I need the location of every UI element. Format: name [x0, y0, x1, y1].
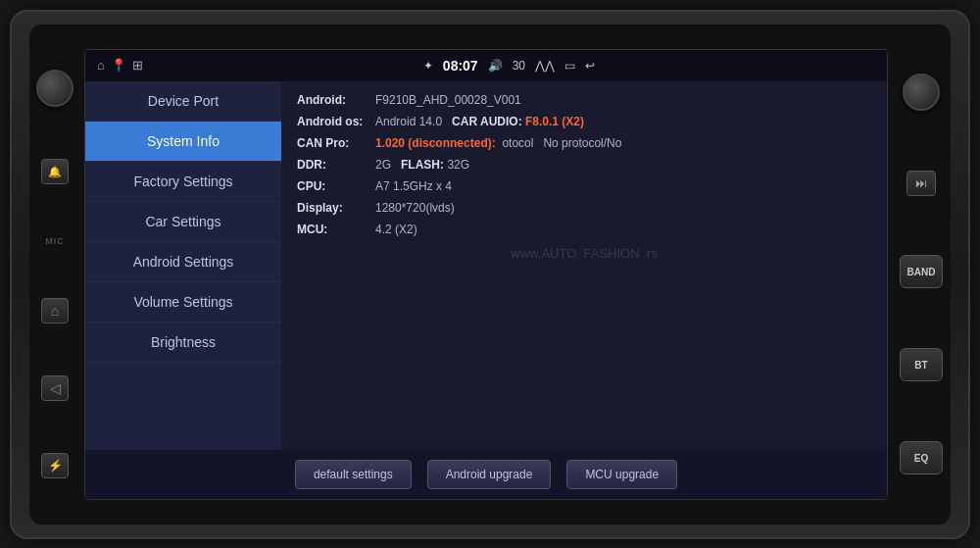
can-pro-label: CAN Pro: [297, 136, 375, 150]
android-os-text: Android 14.0 [375, 115, 442, 128]
home-icon: ⌂ [51, 303, 59, 319]
ddr-row: DDR: 2G FLASH: 32G [297, 158, 871, 172]
android-nav: ⌂ 📍 ⊞ [97, 58, 143, 73]
mcu-upgrade-button[interactable]: MCU upgrade [566, 460, 677, 489]
sidebar-item-volume-settings[interactable]: Volume Settings [85, 282, 281, 323]
sidebar-item-car-settings[interactable]: Car Settings [85, 202, 281, 242]
can-pro-row: CAN Pro: 1.020 (disconnected): otocol No… [297, 136, 871, 150]
car-stereo-device: VOL TUNE RST 🔔 MIC ⌂ ◁ ⚡ [10, 10, 970, 539]
right-controls: ⏭ BAND BT EQ [892, 25, 951, 524]
screen-wrapper: ⌂ 📍 ⊞ ✦ 08:07 🔊 30 ⋀⋀ ▭ ↩ [80, 25, 892, 524]
bt-button[interactable]: BT [900, 348, 943, 381]
status-center: ✦ 08:07 🔊 30 ⋀⋀ ▭ ↩ [423, 58, 595, 74]
sidebar-item-brightness[interactable]: Brightness [85, 323, 281, 363]
speaker-icon-button[interactable]: 🔔 [41, 159, 69, 184]
main-screen: ⌂ 📍 ⊞ ✦ 08:07 🔊 30 ⋀⋀ ▭ ↩ [84, 49, 888, 500]
speaker-icon: 🔔 [48, 166, 62, 178]
can-pro-value: 1.020 (disconnected): otocol No protocol… [375, 136, 871, 150]
settings-nav-icon[interactable]: ⊞ [132, 58, 143, 73]
time-display: 08:07 [443, 58, 478, 74]
cpu-value: A7 1.5GHz x 4 [375, 179, 871, 193]
home-nav-icon[interactable]: ⌂ [97, 58, 105, 73]
default-settings-button[interactable]: default settings [295, 460, 412, 489]
usb-button[interactable]: ⚡ [41, 453, 69, 478]
flash-label: FLASH: [401, 158, 444, 172]
mcu-label: MCU: [297, 223, 375, 236]
home-button[interactable]: ⌂ [41, 298, 69, 324]
back-icon: ◁ [50, 380, 61, 396]
android-row: Android: F9210B_AHD_00028_V001 [297, 93, 871, 107]
mcu-value: 4.2 (X2) [375, 223, 871, 236]
play-next-icon: ⏭ [915, 176, 927, 190]
eq-button[interactable]: EQ [900, 441, 943, 474]
android-os-row: Android os: Android 14.0 CAR AUDIO: F8.0… [297, 115, 871, 128]
bottom-buttons: default settings Android upgrade MCU upg… [85, 450, 887, 499]
usb-icon: ⚡ [48, 459, 63, 473]
tune-knob[interactable] [903, 74, 940, 111]
vol-knob[interactable] [36, 70, 74, 107]
main-content: Device Port System Info Factory Settings… [85, 81, 887, 450]
display-row: Display: 1280*720(lvds) [297, 201, 871, 215]
ddr-value: 2G FLASH: 32G [375, 158, 871, 172]
sidebar: Device Port System Info Factory Settings… [85, 81, 281, 450]
map-nav-icon[interactable]: 📍 [111, 58, 126, 73]
sidebar-item-android-settings[interactable]: Android Settings [85, 242, 281, 282]
cpu-label: CPU: [297, 179, 375, 193]
return-icon: ↩ [585, 59, 595, 73]
mcu-row: MCU: 4.2 (X2) [297, 223, 871, 236]
play-next-button[interactable]: ⏭ [906, 171, 936, 196]
sidebar-item-system-info[interactable]: System Info [85, 122, 281, 162]
android-upgrade-button[interactable]: Android upgrade [427, 460, 552, 489]
mic-label: MIC [45, 236, 65, 246]
device-inner: 🔔 MIC ⌂ ◁ ⚡ ⌂ 📍 ⊞ [29, 25, 951, 524]
can-pro-val: 1.020 (disconnected): [375, 136, 496, 150]
android-value: F9210B_AHD_00028_V001 [375, 93, 871, 107]
android-os-label: Android os: [297, 115, 375, 128]
ddr-label: DDR: [297, 158, 375, 172]
expand-icon: ⋀⋀ [535, 59, 555, 73]
car-audio-label: CAR AUDIO: [452, 115, 522, 128]
band-button[interactable]: BAND [900, 255, 943, 288]
back-button[interactable]: ◁ [41, 375, 69, 401]
bluetooth-icon: ✦ [423, 59, 433, 73]
sidebar-item-device-port[interactable]: Device Port [85, 81, 281, 122]
flash-value: 32G [447, 158, 469, 172]
can-pro-protocol: otocol [502, 136, 533, 150]
android-os-value: Android 14.0 CAR AUDIO: F8.0.1 (X2) [375, 115, 871, 128]
sidebar-item-factory-settings[interactable]: Factory Settings [85, 162, 281, 202]
left-controls: 🔔 MIC ⌂ ◁ ⚡ [29, 25, 80, 524]
car-audio-value: F8.0.1 (X2) [525, 115, 584, 128]
status-bar: ⌂ 📍 ⊞ ✦ 08:07 🔊 30 ⋀⋀ ▭ ↩ [85, 50, 887, 81]
cpu-row: CPU: A7 1.5GHz x 4 [297, 179, 871, 193]
window-icon: ▭ [564, 59, 575, 73]
info-panel: Android: F9210B_AHD_00028_V001 Android o… [281, 81, 887, 450]
can-pro-no: No protocol/No [543, 136, 621, 150]
android-label: Android: [297, 93, 375, 107]
volume-icon: 🔊 [488, 59, 503, 73]
display-label: Display: [297, 201, 375, 215]
volume-value: 30 [513, 59, 525, 73]
display-value: 1280*720(lvds) [375, 201, 871, 215]
watermark: www.AUTO FASHION .rs [297, 246, 871, 261]
ddr-val: 2G [375, 158, 391, 172]
